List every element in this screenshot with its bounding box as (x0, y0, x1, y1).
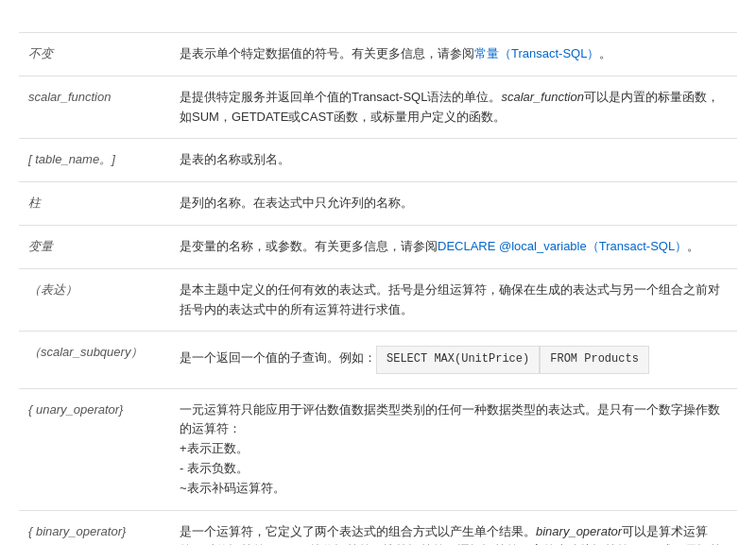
term-cell: { unary_operator} (19, 388, 170, 510)
definition-text: 是列的名称。在表达式中只允许列的名称。 (180, 196, 413, 210)
page-container: 不变是表示单个特定数据值的符号。有关更多信息，请参阅常量（Transact-SQ… (0, 0, 756, 545)
definition-cell: 是列的名称。在表达式中只允许列的名称。 (170, 182, 737, 226)
term-cell: （表达） (19, 268, 170, 332)
definition-text: 一元运算符只能应用于评估数值数据类型类别的任何一种数据类型的表达式。是只有一个数… (180, 402, 720, 436)
term-cell: 不变 (19, 33, 170, 77)
definition-text: 。 (599, 46, 611, 60)
col-header-term (19, 9, 170, 33)
newline-text: +表示正数。 (180, 439, 728, 459)
table-row: [ table_name。]是表的名称或别名。 (19, 139, 737, 182)
definition-cell: 是变量的名称，或参数。有关更多信息，请参阅DECLARE @local_vari… (170, 225, 737, 268)
term-cell: 变量 (19, 225, 170, 268)
definition-text: 是本主题中定义的任何有效的表达式。括号是分组运算符，确保在生成的表达式与另一个组… (180, 282, 720, 316)
definition-text: 是一个返回一个值的子查询。例如： (180, 350, 376, 365)
newline-text: - 表示负数。 (180, 459, 728, 479)
definition-italic: binary_operator (536, 524, 622, 538)
definition-text: 是提供特定服务并返回单个值的Transact-SQL语法的单位。 (180, 90, 501, 104)
table-row: 柱是列的名称。在表达式中只允许列的名称。 (19, 182, 737, 226)
table-row: { binary_operator}是一个运算符，它定义了两个表达式的组合方式以… (19, 510, 737, 545)
definition-cell: 是表示单个特定数据值的符号。有关更多信息，请参阅常量（Transact-SQL）… (170, 33, 737, 77)
definition-text: 是表示单个特定数据值的符号。有关更多信息，请参阅 (180, 46, 474, 60)
newline-text: ~表示补码运算符。 (180, 479, 728, 499)
definition-cell: 是一个运算符，它定义了两个表达式的组合方式以产生单个结果。binary_oper… (170, 510, 737, 545)
table-row: 不变是表示单个特定数据值的符号。有关更多信息，请参阅常量（Transact-SQ… (19, 33, 737, 77)
definition-link[interactable]: DECLARE @local_variable（Transact-SQL） (438, 239, 687, 253)
table-row: （scalar_subquery）是一个返回一个值的子查询。例如：SELECT … (19, 332, 737, 388)
term-cell: 柱 (19, 182, 170, 226)
definition-text: 是变量的名称，或参数。有关更多信息，请参阅 (180, 239, 438, 253)
definition-table: 不变是表示单个特定数据值的符号。有关更多信息，请参阅常量（Transact-SQ… (19, 9, 737, 545)
code-block: FROM Products (540, 346, 649, 373)
term-cell: scalar_function (19, 76, 170, 139)
definition-cell: 是本主题中定义的任何有效的表达式。括号是分组运算符，确保在生成的表达式与另一个组… (170, 268, 737, 332)
table-row: 变量是变量的名称，或参数。有关更多信息，请参阅DECLARE @local_va… (19, 225, 737, 268)
definition-cell: 一元运算符只能应用于评估数值数据类型类别的任何一种数据类型的表达式。是只有一个数… (170, 388, 737, 510)
definition-link[interactable]: 常量（Transact-SQL） (474, 46, 599, 60)
definition-cell: 是提供特定服务并返回单个值的Transact-SQL语法的单位。scalar_f… (170, 76, 737, 139)
definition-cell: 是一个返回一个值的子查询。例如：SELECT MAX(UnitPrice)FRO… (170, 332, 737, 388)
definition-cell: 是表的名称或别名。 (170, 139, 737, 182)
term-cell: { binary_operator} (19, 510, 170, 545)
table-row: { unary_operator}一元运算符只能应用于评估数值数据类型类别的任何… (19, 388, 737, 510)
table-row: （表达）是本主题中定义的任何有效的表达式。括号是分组运算符，确保在生成的表达式与… (19, 268, 737, 332)
term-cell: （scalar_subquery） (19, 332, 170, 388)
definition-text: 。 (687, 239, 699, 253)
definition-text: 是表的名称或别名。 (180, 152, 290, 166)
definition-text: 是一个运算符，它定义了两个表达式的组合方式以产生单个结果。 (180, 524, 536, 538)
col-header-definition (170, 9, 737, 33)
table-row: scalar_function是提供特定服务并返回单个值的Transact-SQ… (19, 76, 737, 139)
definition-italic: scalar_function (501, 90, 583, 104)
term-cell: [ table_name。] (19, 139, 170, 182)
code-block: SELECT MAX(UnitPrice) (376, 346, 540, 373)
